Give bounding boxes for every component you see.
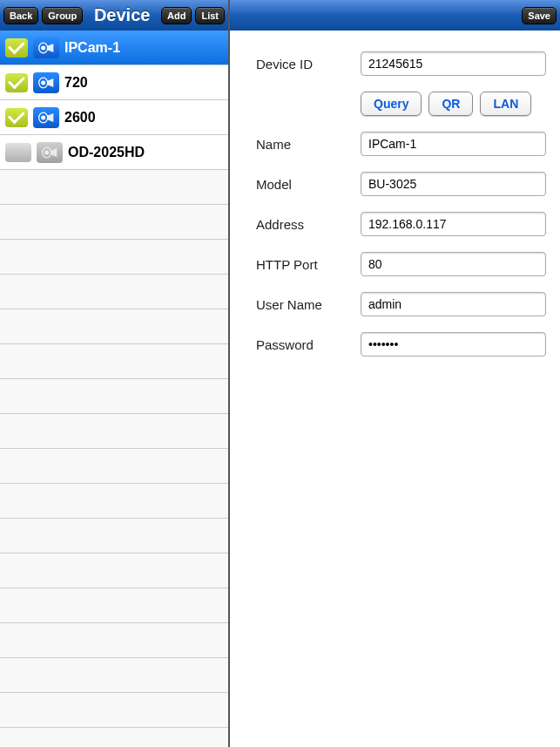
camera-icon (33, 72, 59, 93)
check-icon[interactable] (5, 73, 28, 92)
address-label: Address (256, 217, 361, 232)
empty-row (0, 519, 228, 553)
empty-row (0, 275, 228, 309)
svg-point-3 (41, 80, 45, 85)
svg-point-5 (41, 115, 45, 119)
password-label: Password (256, 337, 361, 352)
empty-row (0, 414, 228, 449)
left-header: Back Group Device Add List (0, 0, 228, 31)
user-name-label: User Name (256, 297, 361, 312)
lan-button[interactable]: LAN (480, 92, 531, 116)
device-name: 720 (64, 75, 88, 91)
check-icon[interactable] (5, 38, 28, 58)
device-list[interactable]: IPCam-1 720 2600 OD-2025HD (0, 31, 228, 747)
empty-row (0, 553, 228, 588)
empty-row (0, 449, 228, 484)
device-name: IPCam-1 (64, 40, 120, 56)
model-input[interactable] (361, 172, 546, 196)
device-id-input[interactable] (361, 51, 546, 76)
list-button[interactable]: List (195, 7, 225, 24)
check-icon[interactable] (5, 108, 28, 127)
device-row[interactable]: 2600 (0, 100, 228, 135)
add-button[interactable]: Add (161, 7, 192, 24)
name-label: Name (256, 137, 361, 152)
empty-row (0, 344, 228, 379)
empty-row (0, 658, 228, 693)
address-input[interactable] (361, 212, 546, 236)
device-form: Device ID Query QR LAN Name Model Addres… (230, 31, 560, 747)
empty-row (0, 170, 228, 205)
empty-row (0, 693, 228, 728)
detail-panel: Save Device ID Query QR LAN Name Model A… (230, 0, 560, 747)
empty-row (0, 484, 228, 519)
qr-button[interactable]: QR (428, 92, 473, 116)
device-id-label: Device ID (256, 57, 361, 71)
camera-icon (37, 142, 63, 163)
page-title: Device (86, 5, 158, 25)
back-button[interactable]: Back (3, 7, 38, 24)
http-port-input[interactable] (361, 252, 546, 276)
empty-row (0, 309, 228, 344)
http-port-label: HTTP Port (256, 257, 361, 272)
empty-row (0, 623, 228, 658)
user-name-input[interactable] (361, 292, 546, 316)
svg-point-7 (44, 150, 49, 154)
empty-row (0, 379, 228, 414)
password-input[interactable] (361, 332, 546, 357)
query-button[interactable]: Query (361, 92, 422, 116)
empty-row (0, 240, 228, 275)
group-button[interactable]: Group (42, 7, 83, 24)
device-row[interactable]: 720 (0, 65, 228, 100)
empty-row (0, 588, 228, 623)
name-input[interactable] (361, 132, 546, 156)
right-header: Save (230, 0, 560, 31)
empty-row (0, 728, 228, 747)
check-icon[interactable] (5, 143, 31, 162)
device-row[interactable]: OD-2025HD (0, 135, 228, 170)
device-list-panel: Back Group Device Add List IPCam-1 720 2… (0, 0, 230, 747)
camera-icon (33, 37, 59, 58)
model-label: Model (256, 177, 361, 192)
device-row[interactable]: IPCam-1 (0, 31, 228, 65)
save-button[interactable]: Save (522, 7, 557, 24)
device-name: OD-2025HD (68, 145, 145, 160)
empty-row (0, 205, 228, 240)
svg-point-1 (41, 45, 45, 50)
device-name: 2600 (64, 110, 96, 126)
camera-icon (33, 107, 59, 128)
